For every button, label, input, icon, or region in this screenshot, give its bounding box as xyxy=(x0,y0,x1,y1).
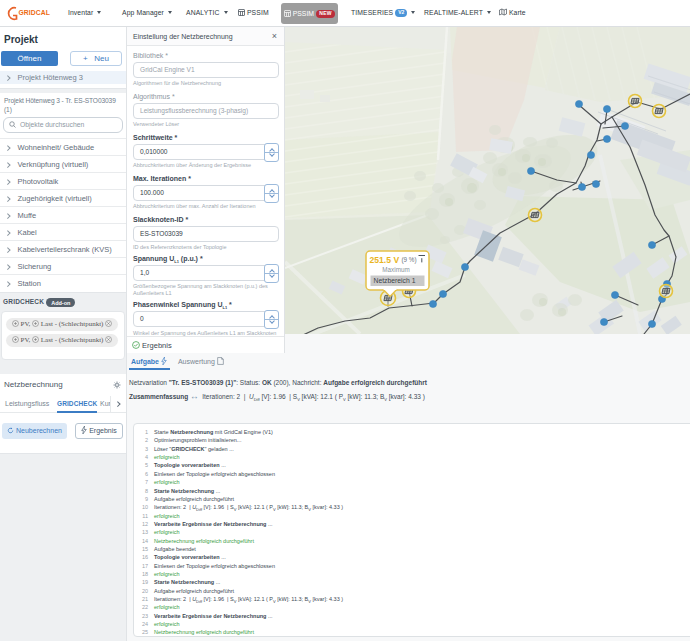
svg-text:(9 %): (9 %) xyxy=(402,256,417,264)
svg-text:Netzbereich 1: Netzbereich 1 xyxy=(374,277,416,284)
svg-text:251.5 V: 251.5 V xyxy=(370,255,400,265)
svg-text:GRIDCAL: GRIDCAL xyxy=(19,9,50,16)
svg-text:Maximum: Maximum xyxy=(382,266,409,273)
